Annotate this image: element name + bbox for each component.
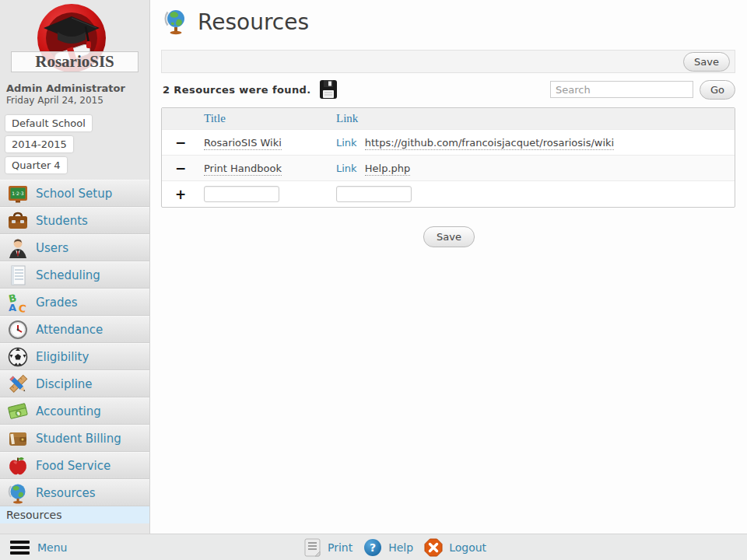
table-row: − RosarioSIS Wiki Link https://github.co…	[162, 130, 735, 156]
svg-text:?: ?	[370, 541, 376, 554]
resource-link-anchor[interactable]: Link	[336, 137, 357, 149]
notepad-icon	[7, 264, 29, 286]
print-label: Print	[328, 541, 352, 554]
search-input[interactable]	[550, 81, 693, 98]
menu-label: Menu	[37, 541, 67, 554]
svg-text:1·2·3: 1·2·3	[12, 191, 23, 196]
results-bar: 2 Resources were found. Go	[151, 73, 747, 106]
school-select[interactable]: Default School	[5, 115, 92, 131]
logout-icon	[424, 538, 443, 557]
column-header-actions	[162, 108, 199, 130]
resource-title-cell[interactable]: RosarioSIS Wiki	[204, 137, 282, 150]
print-icon	[303, 538, 321, 557]
sidebar-item-label: Resources	[36, 486, 96, 500]
new-link-input[interactable]	[336, 186, 412, 202]
resources-table: Title Link − RosarioSIS Wiki Link https:…	[161, 107, 735, 208]
save-button-top[interactable]: Save	[683, 52, 730, 72]
sidebar-item-label: Students	[36, 214, 88, 228]
soccer-ball-icon	[7, 346, 29, 368]
clock-icon	[7, 319, 29, 341]
money-icon: $	[7, 401, 29, 422]
table-row: − Print Handbook Link Help.php	[162, 156, 735, 181]
sidebar-menu: 1·2·3 School Setup Students	[0, 180, 149, 506]
sidebar-item-users[interactable]: Users	[0, 234, 149, 261]
sidebar-item-label: Grades	[36, 296, 78, 310]
remove-row-button[interactable]: −	[167, 160, 195, 176]
logo-text: RosarioSIS	[11, 51, 139, 72]
sidebar-item-label: Discipline	[36, 377, 93, 391]
sidebar-submenu-resources[interactable]: Resources	[0, 506, 149, 523]
floppy-save-icon[interactable]	[319, 79, 338, 100]
sidebar-item-eligibility[interactable]: Eligibility	[0, 343, 149, 370]
resource-title-cell[interactable]: Print Handbook	[204, 163, 282, 176]
sidebar-item-label: Attendance	[36, 323, 103, 337]
sidebar-item-label: Scheduling	[36, 268, 100, 282]
sidebar-item-student-billing[interactable]: Student Billing	[0, 425, 149, 452]
sidebar-item-discipline[interactable]: Discipline	[0, 370, 149, 397]
resource-url-cell[interactable]: Help.php	[365, 163, 411, 176]
quarter-select[interactable]: Quarter 4	[5, 157, 67, 173]
globe-icon	[164, 9, 188, 35]
main-content: Resources Save 2 Resources were found. G…	[151, 0, 747, 534]
results-count: 2 Resources were found.	[163, 84, 311, 96]
sidebar-item-school-setup[interactable]: 1·2·3 School Setup	[0, 180, 149, 207]
person-icon	[7, 237, 29, 259]
sidebar-item-label: Eligibility	[36, 350, 89, 364]
apple-icon	[7, 455, 29, 477]
help-icon: ?	[363, 538, 382, 557]
print-button[interactable]: Print	[303, 538, 352, 557]
user-name: Admin Administrator	[0, 76, 149, 94]
help-label: Help	[388, 541, 413, 554]
svg-text:C: C	[18, 302, 27, 313]
logout-button[interactable]: Logout	[424, 538, 486, 557]
sidebar-item-attendance[interactable]: Attendance	[0, 316, 149, 343]
page-header: Resources	[151, 0, 747, 44]
toolbar: Save	[161, 50, 735, 73]
logout-label: Logout	[449, 541, 486, 554]
pencil-ruler-icon	[7, 373, 29, 395]
sidebar-item-food-service[interactable]: Food Service	[0, 452, 149, 479]
footer-actions: Print ? Help	[303, 538, 486, 557]
save-button-bottom[interactable]: Save	[423, 226, 475, 247]
table-header-row: Title Link	[162, 108, 735, 130]
sidebar-item-scheduling[interactable]: Scheduling	[0, 261, 149, 289]
add-row-button[interactable]: +	[167, 187, 195, 202]
sidebar-item-label: Users	[36, 241, 68, 255]
sidebar-item-students[interactable]: Students	[0, 207, 149, 234]
footer-bar: Menu Print	[0, 534, 747, 560]
resource-link-anchor[interactable]: Link	[336, 163, 357, 174]
globe-icon	[7, 482, 29, 504]
help-button[interactable]: ? Help	[363, 538, 413, 557]
wallet-icon	[7, 428, 29, 450]
resource-url-cell[interactable]: https://github.com/francoisjacquet/rosar…	[365, 137, 614, 150]
school-year-select[interactable]: 2014-2015	[5, 136, 73, 152]
sidebar-item-label: Accounting	[36, 404, 101, 418]
svg-text:A: A	[9, 302, 16, 313]
column-header-link[interactable]: Link	[331, 108, 735, 130]
add-row: +	[162, 181, 735, 208]
sidebar-item-label: Food Service	[36, 459, 110, 473]
menu-toggle[interactable]: Menu	[0, 541, 67, 555]
column-header-title[interactable]: Title	[199, 108, 331, 130]
sidebar-item-accounting[interactable]: $ Accounting	[0, 397, 149, 425]
new-title-input[interactable]	[204, 186, 279, 202]
sidebar-item-resources[interactable]: Resources	[0, 479, 149, 506]
sidebar-item-label: Student Billing	[36, 432, 121, 446]
bottom-save-area: Save	[151, 226, 747, 247]
logo[interactable]: RosarioSIS	[0, 0, 149, 76]
hamburger-icon	[10, 541, 30, 555]
remove-row-button[interactable]: −	[167, 135, 195, 150]
go-button[interactable]: Go	[700, 80, 735, 100]
briefcase-icon	[7, 210, 29, 232]
abc-letters-icon: B A C	[7, 292, 29, 313]
current-date: Friday April 24, 2015	[0, 94, 149, 110]
sidebar-item-grades[interactable]: B A C Grades	[0, 289, 149, 316]
sidebar-item-label: School Setup	[36, 187, 112, 201]
chalkboard-icon: 1·2·3	[7, 183, 29, 205]
page-title: Resources	[198, 9, 309, 35]
sidebar: RosarioSIS Admin Administrator Friday Ap…	[0, 0, 150, 534]
